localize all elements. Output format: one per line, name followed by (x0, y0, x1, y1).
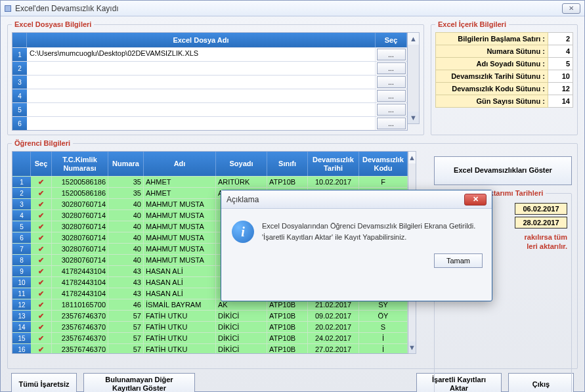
cell-num: 57 (108, 311, 144, 321)
file-path-cell[interactable] (27, 89, 376, 102)
dialog-message: Excel Dosyalarından Öğrenci Devamsızlık … (262, 221, 475, 243)
file-row: 1C:\Users\mumcuoglu\Desktop\02DEVAMSIZLI… (12, 47, 407, 61)
cell-tarih: 24.02.2017 (308, 333, 359, 343)
row-check-icon[interactable]: ✔ (38, 178, 44, 186)
row-check-icon[interactable]: ✔ (38, 189, 44, 198)
row-check-icon[interactable]: ✔ (38, 234, 44, 242)
cell-num: 43 (108, 288, 144, 299)
cell-tck: 23576746370 (52, 311, 108, 321)
cell-num: 57 (108, 344, 144, 353)
show-missing-button[interactable]: Bulunamayan Diğer Kayıtları Göster (83, 373, 195, 392)
cell-tck: 41782443104 (52, 277, 108, 288)
dialog-ok-button[interactable]: Tamam (434, 253, 483, 268)
date-start-field[interactable]: 06.02.2017 (515, 203, 567, 215)
file-scrollbar[interactable]: ▲ ▼ (408, 32, 420, 124)
file-path-cell[interactable]: C:\Users\mumcuoglu\Desktop\02DEVAMSIZLIK… (27, 48, 376, 61)
row-index: 10 (12, 277, 31, 288)
row-check-icon[interactable]: ✔ (38, 290, 44, 298)
scroll-up-icon[interactable]: ▲ (408, 33, 419, 45)
clear-all-button[interactable]: Tümü İşaretsiz (11, 373, 77, 392)
student-row[interactable]: 13✔2357674637057FATİH UTKUDİKİCİATP10B09… (12, 310, 408, 321)
cell-tarih: 09.02.2017 (308, 311, 359, 321)
file-path-cell[interactable] (27, 117, 376, 130)
scroll-up-icon[interactable]: ▲ (408, 152, 416, 163)
student-row[interactable]: 14✔2357674637057FATİH UTKUDİKİCİATP10B20… (12, 321, 408, 332)
cell-tck: 30280760714 (52, 244, 108, 254)
col-soyadi[interactable]: Soyadı (216, 152, 267, 176)
column-legend: Excel İçerik Bilgileri (435, 20, 509, 28)
row-check-icon[interactable]: ✔ (38, 334, 44, 343)
cell-kod: S (359, 322, 408, 332)
column-value[interactable]: 10 (548, 70, 573, 83)
cell-tck: 30280760714 (52, 232, 108, 243)
row-check-icon[interactable]: ✔ (38, 267, 44, 276)
file-info-group: Excel Dosyası Bilgileri Excel Dosya Adı … (7, 20, 424, 135)
row-index: 14 (12, 322, 31, 332)
cell-tarih: 20.02.2017 (308, 322, 359, 332)
column-value[interactable]: 4 (548, 45, 573, 58)
column-row: Numara Sütunu :4 (436, 45, 573, 58)
file-header-sel: Seç (376, 33, 407, 47)
col-sec[interactable]: Seç (31, 152, 52, 176)
col-num[interactable]: Numara (108, 152, 144, 176)
cell-adi: FATİH UTKU (144, 333, 216, 343)
row-index: 8 (12, 255, 31, 265)
window-close-button[interactable]: ✕ (562, 3, 580, 14)
column-label: Numara Sütunu : (436, 45, 548, 58)
row-check-icon[interactable]: ✔ (38, 345, 44, 354)
file-browse-button[interactable]: ... (377, 76, 406, 88)
column-label: Adı Soyadı Sütunu : (436, 58, 548, 70)
row-check-icon[interactable]: ✔ (38, 323, 44, 332)
row-index: 15 (12, 333, 31, 343)
file-path-cell[interactable] (27, 76, 376, 89)
row-index: 6 (12, 117, 27, 130)
col-sinif[interactable]: Sınıfı (267, 152, 308, 176)
scroll-down-icon[interactable]: ▼ (408, 112, 419, 123)
student-row[interactable]: 16✔2357674637057FATİH UTKUDİKİCİATP10B27… (12, 343, 408, 353)
col-adi[interactable]: Adı (144, 152, 216, 176)
file-path-cell[interactable] (27, 103, 376, 116)
file-browse-button[interactable]: ... (377, 90, 406, 102)
row-check-icon[interactable]: ✔ (38, 200, 44, 209)
column-row: Bilgilerin Başlama Satırı :2 (436, 33, 573, 45)
column-info-group: Excel İçerik Bilgileri Bilgilerin Başlam… (431, 20, 578, 135)
column-value[interactable]: 12 (548, 83, 573, 95)
date-end-field[interactable]: 28.02.2017 (515, 217, 567, 229)
info-icon: i (232, 221, 254, 243)
cell-num: 57 (108, 333, 144, 343)
row-check-icon[interactable]: ✔ (38, 211, 44, 220)
row-check-icon[interactable]: ✔ (38, 245, 44, 253)
file-browse-button[interactable]: ... (377, 118, 406, 129)
col-tck[interactable]: T.C.Kimlik Numarası (52, 152, 108, 176)
cell-tck: 30280760714 (52, 255, 108, 265)
row-index: 3 (12, 76, 27, 89)
row-check-icon[interactable]: ✔ (38, 312, 44, 320)
student-row[interactable]: 1✔1520058618635AHMETARITÜRKATP10B10.02.2… (12, 176, 408, 187)
column-value[interactable]: 2 (548, 33, 573, 45)
column-value[interactable]: 5 (548, 58, 573, 70)
file-browse-button[interactable]: ... (377, 62, 406, 74)
row-index: 5 (12, 103, 27, 116)
cell-adi: MAHMUT MUSTA (144, 244, 216, 254)
column-row: Gün Sayısı Sütunu :14 (436, 95, 573, 108)
dialog-close-button[interactable]: ✕ (464, 194, 487, 206)
row-check-icon[interactable]: ✔ (38, 278, 44, 287)
column-label: Bilgilerin Başlama Satırı : (436, 33, 548, 45)
excel-show-button[interactable]: Excel Devamsızlıkları Göster (434, 156, 572, 185)
row-check-icon[interactable]: ✔ (38, 223, 44, 231)
cell-adi: HASAN ALİ (144, 266, 216, 276)
row-check-icon[interactable]: ✔ (38, 301, 44, 309)
student-row[interactable]: 15✔2357674637057FATİH UTKUDİKİCİATP10B24… (12, 332, 408, 343)
row-index: 11 (12, 288, 31, 299)
row-index: 16 (12, 344, 31, 353)
file-browse-button[interactable]: ... (377, 49, 406, 60)
row-check-icon[interactable]: ✔ (38, 256, 44, 265)
col-kod[interactable]: Devamsızlık Kodu (359, 152, 408, 176)
scroll-down-icon[interactable]: ▼ (408, 341, 416, 353)
col-tarih[interactable]: Devamsızlık Tarihi (308, 152, 359, 176)
file-path-cell[interactable] (27, 62, 376, 75)
cell-tck: 30280760714 (52, 210, 108, 221)
cell-num: 35 (108, 188, 144, 198)
column-value[interactable]: 14 (548, 95, 573, 108)
file-browse-button[interactable]: ... (377, 104, 406, 116)
